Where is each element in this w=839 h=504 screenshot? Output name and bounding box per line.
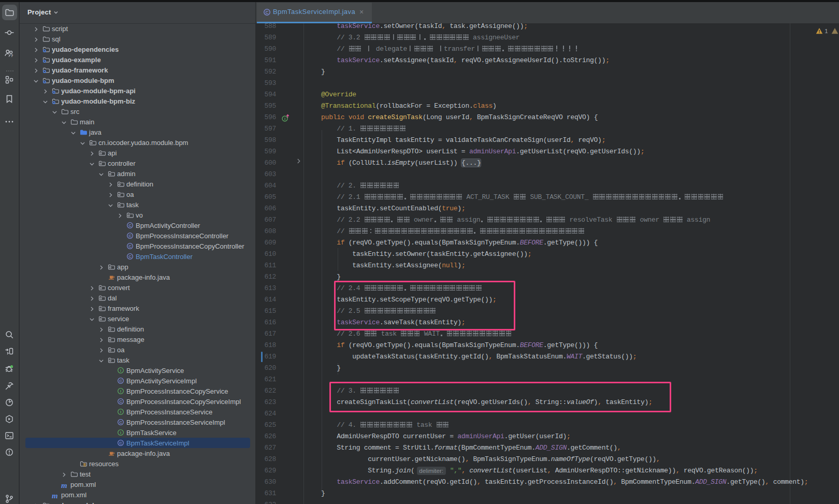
svg-text:C: C <box>128 223 132 228</box>
svg-text:?: ? <box>11 53 13 58</box>
svg-text:C: C <box>265 10 268 15</box>
svg-text:C: C <box>119 441 122 445</box>
svg-text:C: C <box>119 379 122 383</box>
svg-text:C: C <box>128 254 132 259</box>
svg-text:I: I <box>120 389 121 394</box>
svg-text:I: I <box>120 430 121 435</box>
svg-text:I: I <box>120 368 121 373</box>
svg-text:C: C <box>128 234 132 238</box>
svg-text:C: C <box>119 420 122 425</box>
svg-text:C: C <box>119 399 122 404</box>
svg-text:I: I <box>284 117 285 121</box>
svg-text:I: I <box>120 410 121 414</box>
svg-text:C: C <box>128 244 132 249</box>
